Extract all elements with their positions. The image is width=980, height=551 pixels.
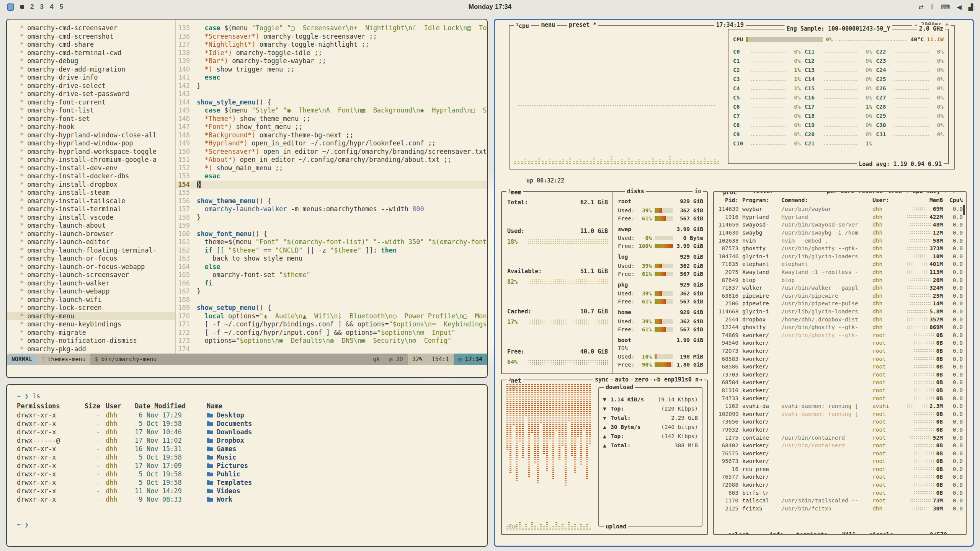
scroll-down-icon[interactable]: ↓ xyxy=(951,531,957,535)
process-row[interactable]: 68583 kworker/ root 0B 0.0 xyxy=(719,355,963,363)
process-row[interactable]: 114630 swaybg /usr/bin/swaybg -i /hom dh… xyxy=(719,229,963,237)
process-row[interactable]: 95673 kworker/ root 0B 0.0 xyxy=(719,457,963,465)
file-list-item[interactable]: * omarchy-launch-wifi xyxy=(20,296,175,304)
file-list-item[interactable]: * omarchy-debug xyxy=(20,57,175,65)
code-line[interactable]: 149 *Hyprland*) open_in_editor ~/.config… xyxy=(176,139,487,148)
code-line[interactable]: 141 esac xyxy=(176,73,487,82)
terminate-button[interactable]: terminate xyxy=(794,531,829,535)
file-list-item[interactable]: * omarchy-menu xyxy=(7,312,175,321)
file-list-item[interactable]: * omarchy-install-dev-env xyxy=(20,164,175,173)
file-list-item[interactable]: * omarchy-launch-editor xyxy=(20,238,175,246)
process-row[interactable]: 104746 glycin-i /usr/lib/glycin-loaders … xyxy=(719,253,963,261)
process-row[interactable]: 87649 btop btop dhh 26M 0.0 xyxy=(719,276,963,284)
per-core-button[interactable]: per-core xyxy=(825,191,856,195)
process-row[interactable]: 1170 tailscal /usr/sbin/tailscaled -- ro… xyxy=(719,497,963,505)
process-row[interactable]: 102099 kworker/ avahi-daemon: running [ … xyxy=(719,410,963,418)
filter-button[interactable]: filter xyxy=(751,191,775,195)
active-workspace-indicator[interactable] xyxy=(7,3,14,11)
code-line[interactable]: 143 xyxy=(176,90,487,98)
file-list-item[interactable]: * omarchy-launch-floating-terminal- xyxy=(20,246,175,255)
file-list-item[interactable]: * omarchy-install-chromium-google-a xyxy=(20,156,175,164)
interval-plus-button[interactable]: + xyxy=(945,21,949,28)
file-list-item[interactable]: * omarchy-font-set xyxy=(20,115,175,123)
file-list-item[interactable]: * omarchy-launch-about xyxy=(20,222,175,230)
file-list-item[interactable]: * omarchy-launch-browser xyxy=(20,230,175,238)
wifi-icon[interactable]: ▟ xyxy=(969,3,973,11)
file-list-item[interactable]: * omarchy-install-terminal xyxy=(20,205,175,214)
sync-button[interactable]: sync xyxy=(593,376,611,383)
process-row[interactable]: 94540 kworker/ root 0B 0.0 xyxy=(719,339,963,347)
bluetooth-icon[interactable]: ᛒ xyxy=(931,3,934,10)
file-list-item[interactable]: * omarchy-cmd-screensaver xyxy=(20,24,175,33)
workspace-item-3[interactable]: 3 xyxy=(40,3,43,11)
process-row[interactable]: 76575 kworker/ root 0B 0.0 xyxy=(719,449,963,457)
reverse-button[interactable]: reverse xyxy=(857,191,885,195)
code-line[interactable]: 140 *) show_trigger_menu ;; xyxy=(176,65,487,74)
zero-button[interactable]: zero xyxy=(633,376,650,383)
file-list-item[interactable]: * omarchy-notification-dismiss xyxy=(20,337,175,345)
code-line[interactable]: 166 fi xyxy=(176,279,487,288)
file-list-item[interactable]: * omarchy-launch-or-focus-webapp xyxy=(20,263,175,271)
file-list-item[interactable]: * omarchy-font-current xyxy=(20,98,175,107)
info-button[interactable]: info xyxy=(768,531,785,535)
volume-icon[interactable]: ◀ xyxy=(957,3,961,11)
code-line[interactable]: 172 [ -f ~/.config/hypr/input.conf ] && … xyxy=(176,329,487,337)
code-line[interactable]: 171 [ -f ~/.config/hypr/bindings.conf ] … xyxy=(176,320,487,329)
file-list-item[interactable]: * omarchy-install-tailscale xyxy=(20,197,175,205)
process-row[interactable]: 1916 Hyprland Hyprland dhh 422M 0.0 xyxy=(719,213,963,221)
code-line[interactable]: 165 omarchy-font-set "$theme" xyxy=(176,271,487,279)
preset-button[interactable]: preset * xyxy=(567,21,598,29)
header-cpu[interactable]: Cpu% xyxy=(943,197,963,203)
file-list-item[interactable]: * omarchy-migrate xyxy=(20,329,175,337)
process-row[interactable]: 2506 pipewire /usr/bin/pipewire-pulse dh… xyxy=(719,300,963,308)
process-row[interactable]: 16 rcu_pree root 0B 0.0 xyxy=(719,465,963,473)
file-list-item[interactable]: * omarchy-hyprland-window-pop xyxy=(20,139,175,148)
process-row[interactable]: 2075 Xwayland Xwayland :1 -rootless - dh… xyxy=(719,268,963,276)
code-line[interactable]: 145 case $(menu "Style" "◉ Theme\nA Font… xyxy=(176,106,487,115)
code-line[interactable]: 139 *Bar*) omarchy-toggle-waybar ;; xyxy=(176,57,487,65)
process-row[interactable]: 114668 glycin-i /usr/lib/glycin-loaders … xyxy=(719,308,963,316)
sort-next-icon[interactable]: › xyxy=(944,191,947,195)
sort-prev-icon[interactable]: ‹ xyxy=(906,191,909,195)
scroll-up-icon[interactable]: ↑ xyxy=(951,191,957,195)
signals-button[interactable]: signals xyxy=(867,531,895,535)
file-list-item[interactable]: * omarchy-cmd-terminal-cwd xyxy=(20,49,175,57)
menu-button[interactable]: menu xyxy=(539,21,557,29)
sort-control[interactable]: ‹ cpu lazy › xyxy=(904,191,949,195)
process-row[interactable]: 68402 kworker/ /usr/bin/containerd root … xyxy=(719,442,963,450)
file-list-item[interactable]: * omarchy-pkg-add xyxy=(20,345,175,354)
code-line[interactable]: 169 show_setup_menu() { xyxy=(176,304,487,312)
process-row[interactable]: 74869 kworker/ /usr/bin/ghostty --gtk- r… xyxy=(719,331,963,339)
header-pid[interactable]: Pid: xyxy=(719,197,742,203)
workspace-item-2[interactable]: 2 xyxy=(30,3,34,11)
active-prompt-line[interactable]: ~❯ xyxy=(17,520,477,529)
code-line[interactable]: 174 xyxy=(176,345,487,354)
process-row[interactable]: 803 btrfs-tr root 0B 0.0 xyxy=(719,489,963,497)
workspace-item-5[interactable]: 5 xyxy=(59,3,63,11)
code-line[interactable]: 164 else xyxy=(176,263,487,271)
file-list-item[interactable]: * omarchy-launch-webapp xyxy=(20,287,175,296)
code-line[interactable]: 151 *About*) open_in_editor ~/.config/om… xyxy=(176,156,487,164)
code-line[interactable]: 158 } xyxy=(176,214,487,222)
keyboard-icon[interactable]: ⌨ xyxy=(941,3,950,11)
file-list-item[interactable]: * omarchy-install-vscode xyxy=(20,214,175,222)
file-list-item[interactable]: * omarchy-launch-walker xyxy=(20,279,175,288)
code-line[interactable]: 138 *Idle*) omarchy-toggle-idle ;; xyxy=(176,49,487,57)
code-line[interactable]: 136 *Screensaver*) omarchy-toggle-screen… xyxy=(176,33,487,41)
code-line[interactable]: 162 if [[ "$theme" == "CNCLD" || -z "$th… xyxy=(176,246,487,255)
code-line[interactable]: 146 *Theme*) show_theme_menu ;; xyxy=(176,115,487,123)
code-line[interactable]: 154 } xyxy=(176,181,487,189)
code-line[interactable]: 142 } xyxy=(176,82,487,90)
code-line[interactable]: 159 xyxy=(176,222,487,230)
code-line[interactable]: 155 xyxy=(176,189,487,197)
code-line[interactable]: 144 show_style_menu() { xyxy=(176,98,487,107)
code-line[interactable]: 156 show_theme_menu() { xyxy=(176,197,487,205)
process-row[interactable]: 73703 kworker/ root 0B 0.0 xyxy=(719,370,963,378)
header-memb[interactable]: MemB xyxy=(898,197,943,203)
process-row[interactable]: 76577 kworker/ root 0B 0.0 xyxy=(719,473,963,481)
process-row[interactable]: 102638 nvim nvim --embed . dhh 58M 0.0 xyxy=(719,236,963,245)
process-row[interactable]: 1275 containe /usr/bin/containerd root 5… xyxy=(719,434,963,442)
process-row[interactable]: 72088 kworker/ root 0B 0.0 xyxy=(719,481,963,489)
code-line[interactable]: 167 } xyxy=(176,287,487,296)
code-line[interactable]: 148 *Background*) omarchy-theme-bg-next … xyxy=(176,131,487,140)
